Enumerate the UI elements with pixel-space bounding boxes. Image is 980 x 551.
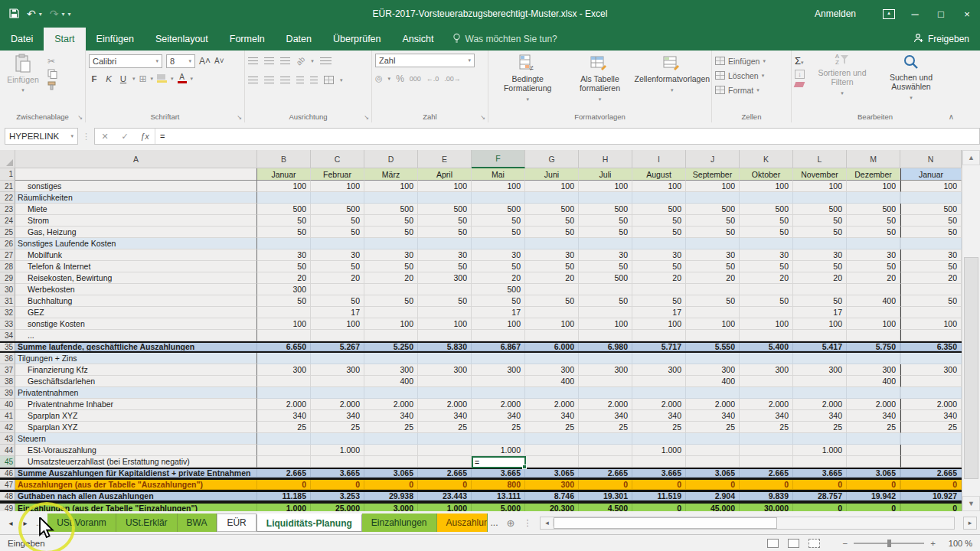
cell[interactable] [418, 445, 472, 456]
cell[interactable] [900, 192, 962, 204]
cell[interactable]: 50 [364, 215, 418, 227]
column-header-f[interactable]: F [472, 150, 525, 168]
cell[interactable] [364, 284, 418, 295]
cell[interactable]: 3.065 [686, 469, 740, 478]
cell[interactable] [847, 330, 900, 341]
cell[interactable] [740, 192, 793, 204]
paste-dropdown-icon[interactable]: ▾ [21, 86, 24, 95]
cell[interactable]: 500 [472, 204, 525, 215]
align-right-icon[interactable] [280, 77, 290, 83]
row-header-31[interactable]: 31 [0, 295, 15, 307]
cell[interactable]: 6.000 [525, 343, 579, 351]
cell[interactable] [418, 376, 472, 387]
cell[interactable]: 300 [793, 364, 847, 376]
cell[interactable]: 30 [740, 249, 793, 261]
cell[interactable]: 100 [740, 181, 793, 192]
cell[interactable]: 100 [418, 181, 472, 192]
cell[interactable]: 100 [793, 181, 847, 192]
cell[interactable]: 50 [525, 295, 579, 307]
cell[interactable] [632, 192, 686, 204]
cell[interactable] [311, 433, 364, 445]
cell[interactable]: 50 [472, 227, 525, 238]
cell[interactable] [740, 353, 793, 364]
cell[interactable]: 0 [632, 504, 686, 511]
row-header-38[interactable]: 38 [0, 376, 15, 387]
cell[interactable] [418, 307, 472, 318]
cell[interactable]: 50 [793, 261, 847, 272]
cell[interactable] [364, 192, 418, 204]
cell[interactable] [900, 330, 962, 341]
cell[interactable]: 300 [525, 480, 579, 490]
wrap-text-icon[interactable] [320, 57, 332, 64]
cell[interactable]: 340 [364, 410, 418, 422]
cell[interactable]: 1.000 [257, 504, 311, 511]
sheet-tab-bwa[interactable]: BWA [178, 514, 217, 532]
row-label-46[interactable]: Summe Auszahlungen für Kapitaldienst + p… [15, 469, 257, 478]
cell[interactable]: 8.746 [525, 492, 579, 500]
cell[interactable]: 25 [847, 422, 900, 433]
horizontal-scroll-thumb[interactable] [554, 517, 776, 529]
cell[interactable]: 340 [740, 410, 793, 422]
cell[interactable]: 11.519 [632, 492, 686, 500]
cell[interactable]: 100 [257, 318, 311, 330]
accounting-format-icon[interactable]: ◎ [375, 73, 383, 83]
cell[interactable]: 50 [418, 215, 472, 227]
cell[interactable]: 500 [579, 204, 632, 215]
row-header-34[interactable]: 34 [0, 330, 15, 341]
column-header-l[interactable]: L [793, 150, 847, 168]
cell[interactable]: 2.000 [793, 399, 847, 410]
cell[interactable] [311, 192, 364, 204]
row-header-45[interactable]: 45 [0, 456, 15, 468]
active-cell-f45[interactable]: = [472, 456, 526, 468]
cell[interactable]: 30.000 [740, 504, 793, 511]
cell[interactable] [686, 238, 740, 249]
redo-icon[interactable]: ↷ [50, 8, 59, 19]
formula-input[interactable]: ✕ ✓ ƒx = [94, 128, 980, 145]
zoom-out-icon[interactable]: − [843, 539, 848, 548]
cell[interactable] [579, 387, 632, 399]
format-as-table-button[interactable]: Als Tabelle formatieren▾ [565, 54, 634, 104]
row-header-27[interactable]: 27 [0, 249, 15, 261]
cell[interactable] [257, 330, 311, 341]
cell[interactable]: 100 [472, 318, 525, 330]
cell[interactable]: 50 [257, 227, 311, 238]
increase-decimal-icon[interactable]: ←.0 [426, 75, 439, 83]
cell[interactable]: 300 [525, 364, 579, 376]
scroll-right-icon[interactable]: ▸ [963, 517, 977, 530]
cell[interactable] [364, 238, 418, 249]
cell[interactable]: 300 [418, 364, 472, 376]
cell[interactable]: 50 [257, 295, 311, 307]
row-label-39[interactable]: Privatentnahmen [15, 387, 257, 399]
cell[interactable] [311, 330, 364, 341]
cell[interactable] [579, 330, 632, 341]
cell[interactable] [847, 445, 900, 456]
cell[interactable] [525, 387, 579, 399]
cell[interactable] [900, 456, 962, 468]
cell[interactable]: 300 [257, 284, 311, 295]
row-header-21[interactable]: 21 [0, 181, 15, 192]
row-label-33[interactable]: sonstige Kosten [15, 318, 257, 330]
cell[interactable]: 29.938 [364, 492, 418, 500]
cell[interactable] [472, 433, 525, 445]
cell[interactable]: 2.000 [632, 399, 686, 410]
cell[interactable]: 20 [311, 272, 364, 284]
underline-button[interactable]: U [118, 74, 129, 83]
cell[interactable] [579, 433, 632, 445]
cell[interactable]: 50 [900, 261, 962, 272]
cell[interactable]: 100 [579, 181, 632, 192]
cell[interactable]: 0 [900, 504, 962, 511]
cell[interactable] [311, 387, 364, 399]
cell[interactable] [364, 445, 418, 456]
row-label-26[interactable]: Sonstiges Laufende Kosten [15, 238, 257, 249]
cell[interactable]: 17 [311, 307, 364, 318]
cell[interactable]: 30 [472, 249, 525, 261]
percent-style-icon[interactable]: % [396, 73, 404, 84]
cell[interactable]: 50 [632, 261, 686, 272]
align-left-icon[interactable] [248, 77, 258, 83]
row-label-45[interactable]: Umsatzsteuerzahllast (bei Erstattung neg… [15, 456, 257, 468]
month-cell-märz-2[interactable]: März [364, 168, 418, 181]
cell[interactable] [900, 307, 962, 318]
cell[interactable] [311, 456, 364, 468]
month-cell-januar-0[interactable]: Januar [257, 168, 311, 181]
cell[interactable] [579, 376, 632, 387]
